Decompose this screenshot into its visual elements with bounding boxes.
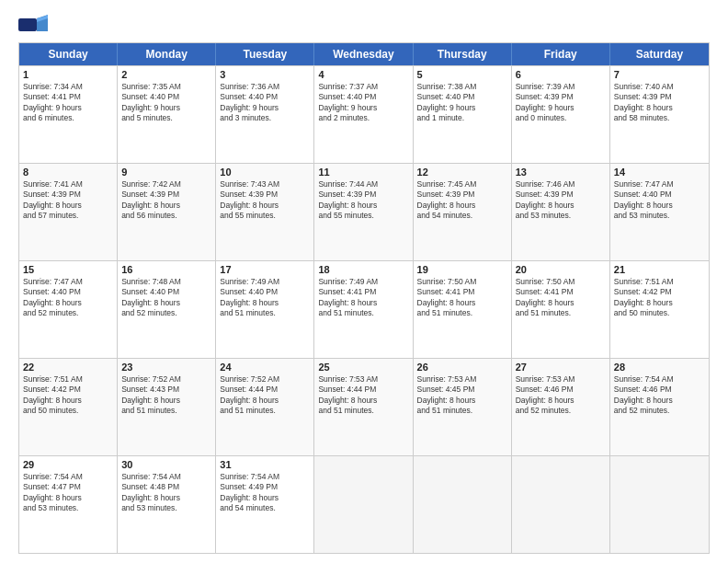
calendar-day-22: 22Sunrise: 7:51 AM Sunset: 4:42 PM Dayli… [19, 359, 118, 455]
calendar-day-7: 7Sunrise: 7:40 AM Sunset: 4:39 PM Daylig… [610, 66, 709, 163]
header [18, 15, 710, 35]
day-number: 16 [121, 264, 211, 275]
weekday-header-saturday: Saturday [610, 43, 709, 65]
day-info: Sunrise: 7:47 AM Sunset: 4:40 PM Dayligh… [614, 179, 705, 222]
day-number: 30 [121, 459, 211, 470]
page: SundayMondayTuesdayWednesdayThursdayFrid… [0, 0, 728, 563]
calendar-day-23: 23Sunrise: 7:52 AM Sunset: 4:43 PM Dayli… [118, 359, 216, 455]
calendar-day-21: 21Sunrise: 7:51 AM Sunset: 4:42 PM Dayli… [610, 261, 709, 358]
day-number: 1 [23, 69, 113, 80]
day-info: Sunrise: 7:43 AM Sunset: 4:39 PM Dayligh… [220, 179, 310, 222]
calendar-day-3: 3Sunrise: 7:36 AM Sunset: 4:40 PM Daylig… [216, 66, 314, 163]
calendar-day-25: 25Sunrise: 7:53 AM Sunset: 4:44 PM Dayli… [314, 359, 413, 455]
day-number: 5 [417, 69, 507, 80]
day-info: Sunrise: 7:52 AM Sunset: 4:44 PM Dayligh… [220, 374, 310, 417]
calendar-week-4: 22Sunrise: 7:51 AM Sunset: 4:42 PM Dayli… [19, 358, 709, 455]
day-info: Sunrise: 7:52 AM Sunset: 4:43 PM Dayligh… [121, 374, 211, 417]
day-info: Sunrise: 7:36 AM Sunset: 4:40 PM Dayligh… [220, 82, 310, 124]
day-info: Sunrise: 7:54 AM Sunset: 4:48 PM Dayligh… [121, 472, 211, 514]
calendar-day-18: 18Sunrise: 7:49 AM Sunset: 4:41 PM Dayli… [314, 261, 413, 358]
day-number: 20 [516, 264, 606, 275]
day-number: 4 [318, 69, 408, 80]
day-number: 22 [23, 362, 113, 373]
calendar-day-15: 15Sunrise: 7:47 AM Sunset: 4:40 PM Dayli… [19, 261, 118, 358]
weekday-header-sunday: Sunday [19, 43, 118, 65]
day-info: Sunrise: 7:50 AM Sunset: 4:41 PM Dayligh… [516, 277, 606, 319]
calendar-week-2: 8Sunrise: 7:41 AM Sunset: 4:39 PM Daylig… [19, 163, 709, 260]
calendar-day-5: 5Sunrise: 7:38 AM Sunset: 4:40 PM Daylig… [414, 66, 512, 163]
day-number: 19 [417, 264, 507, 275]
day-info: Sunrise: 7:49 AM Sunset: 4:41 PM Dayligh… [318, 277, 408, 319]
day-number: 3 [220, 69, 310, 80]
day-number: 8 [23, 167, 113, 178]
day-info: Sunrise: 7:54 AM Sunset: 4:47 PM Dayligh… [23, 472, 113, 514]
calendar-week-1: 1Sunrise: 7:34 AM Sunset: 4:41 PM Daylig… [19, 65, 709, 163]
day-number: 7 [614, 69, 705, 80]
weekday-header-tuesday: Tuesday [216, 43, 314, 65]
day-info: Sunrise: 7:35 AM Sunset: 4:40 PM Dayligh… [121, 82, 211, 124]
day-number: 18 [318, 264, 408, 275]
day-info: Sunrise: 7:46 AM Sunset: 4:39 PM Dayligh… [516, 179, 606, 222]
day-info: Sunrise: 7:49 AM Sunset: 4:40 PM Dayligh… [220, 277, 310, 319]
calendar-day-4: 4Sunrise: 7:37 AM Sunset: 4:40 PM Daylig… [314, 66, 413, 163]
calendar-day-11: 11Sunrise: 7:44 AM Sunset: 4:39 PM Dayli… [314, 164, 413, 260]
calendar-day-20: 20Sunrise: 7:50 AM Sunset: 4:41 PM Dayli… [512, 261, 610, 358]
day-info: Sunrise: 7:45 AM Sunset: 4:39 PM Dayligh… [417, 179, 507, 222]
day-number: 13 [516, 167, 606, 178]
calendar-day-30: 30Sunrise: 7:54 AM Sunset: 4:48 PM Dayli… [118, 456, 216, 553]
calendar: SundayMondayTuesdayWednesdayThursdayFrid… [18, 42, 710, 554]
calendar-day-16: 16Sunrise: 7:48 AM Sunset: 4:40 PM Dayli… [118, 261, 216, 358]
day-number: 15 [23, 264, 113, 275]
day-info: Sunrise: 7:39 AM Sunset: 4:39 PM Dayligh… [516, 82, 606, 124]
calendar-day-29: 29Sunrise: 7:54 AM Sunset: 4:47 PM Dayli… [19, 456, 118, 553]
calendar-day-8: 8Sunrise: 7:41 AM Sunset: 4:39 PM Daylig… [19, 164, 118, 260]
day-number: 28 [614, 362, 705, 373]
day-info: Sunrise: 7:53 AM Sunset: 4:46 PM Dayligh… [516, 374, 606, 417]
weekday-header-thursday: Thursday [414, 43, 512, 65]
calendar-day-17: 17Sunrise: 7:49 AM Sunset: 4:40 PM Dayli… [216, 261, 314, 358]
calendar-day-13: 13Sunrise: 7:46 AM Sunset: 4:39 PM Dayli… [512, 164, 610, 260]
day-number: 26 [417, 362, 507, 373]
calendar-day-14: 14Sunrise: 7:47 AM Sunset: 4:40 PM Dayli… [610, 164, 709, 260]
day-number: 23 [121, 362, 211, 373]
calendar-day-empty [414, 456, 512, 553]
day-number: 12 [417, 167, 507, 178]
calendar-week-5: 29Sunrise: 7:54 AM Sunset: 4:47 PM Dayli… [19, 455, 709, 553]
day-info: Sunrise: 7:51 AM Sunset: 4:42 PM Dayligh… [23, 374, 113, 417]
day-number: 17 [220, 264, 310, 275]
day-number: 31 [220, 459, 310, 470]
day-number: 27 [516, 362, 606, 373]
calendar-day-28: 28Sunrise: 7:54 AM Sunset: 4:46 PM Dayli… [610, 359, 709, 455]
day-info: Sunrise: 7:42 AM Sunset: 4:39 PM Dayligh… [121, 179, 211, 222]
day-info: Sunrise: 7:44 AM Sunset: 4:39 PM Dayligh… [318, 179, 408, 222]
calendar-day-2: 2Sunrise: 7:35 AM Sunset: 4:40 PM Daylig… [118, 66, 216, 163]
day-number: 9 [121, 167, 211, 178]
calendar-day-1: 1Sunrise: 7:34 AM Sunset: 4:41 PM Daylig… [19, 66, 118, 163]
day-number: 10 [220, 167, 310, 178]
calendar-day-10: 10Sunrise: 7:43 AM Sunset: 4:39 PM Dayli… [216, 164, 314, 260]
day-info: Sunrise: 7:48 AM Sunset: 4:40 PM Dayligh… [121, 277, 211, 319]
day-info: Sunrise: 7:54 AM Sunset: 4:49 PM Dayligh… [220, 472, 310, 514]
day-number: 29 [23, 459, 113, 470]
calendar-day-9: 9Sunrise: 7:42 AM Sunset: 4:39 PM Daylig… [118, 164, 216, 260]
svg-rect-0 [18, 18, 37, 31]
calendar-day-empty [314, 456, 413, 553]
day-number: 14 [614, 167, 705, 178]
day-number: 11 [318, 167, 408, 178]
day-info: Sunrise: 7:53 AM Sunset: 4:44 PM Dayligh… [318, 374, 408, 417]
weekday-header-wednesday: Wednesday [314, 43, 413, 65]
weekday-header-monday: Monday [118, 43, 216, 65]
day-number: 2 [121, 69, 211, 80]
day-info: Sunrise: 7:54 AM Sunset: 4:46 PM Dayligh… [614, 374, 705, 417]
calendar-day-24: 24Sunrise: 7:52 AM Sunset: 4:44 PM Dayli… [216, 359, 314, 455]
calendar-day-31: 31Sunrise: 7:54 AM Sunset: 4:49 PM Dayli… [216, 456, 314, 553]
calendar-body: 1Sunrise: 7:34 AM Sunset: 4:41 PM Daylig… [19, 65, 709, 553]
logo [18, 15, 50, 35]
day-info: Sunrise: 7:47 AM Sunset: 4:40 PM Dayligh… [23, 277, 113, 319]
calendar-day-26: 26Sunrise: 7:53 AM Sunset: 4:45 PM Dayli… [414, 359, 512, 455]
calendar-day-12: 12Sunrise: 7:45 AM Sunset: 4:39 PM Dayli… [414, 164, 512, 260]
calendar-day-empty [610, 456, 709, 553]
day-info: Sunrise: 7:37 AM Sunset: 4:40 PM Dayligh… [318, 82, 408, 124]
day-info: Sunrise: 7:50 AM Sunset: 4:41 PM Dayligh… [417, 277, 507, 319]
day-number: 24 [220, 362, 310, 373]
